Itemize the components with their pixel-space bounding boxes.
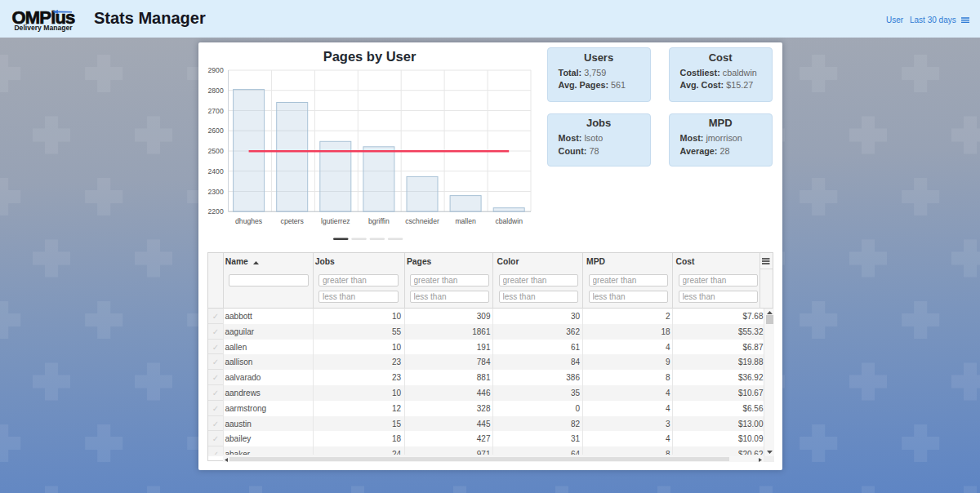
svg-text:cschneider: cschneider [405, 217, 439, 225]
svg-text:2700: 2700 [208, 107, 224, 115]
svg-text:2400: 2400 [208, 167, 224, 175]
svg-text:dhughes: dhughes [235, 217, 262, 225]
svg-text:cpeters: cpeters [281, 217, 304, 225]
svg-text:bgriffin: bgriffin [368, 217, 390, 225]
svg-text:2200: 2200 [208, 207, 224, 215]
svg-text:2900: 2900 [208, 66, 224, 74]
svg-text:2800: 2800 [208, 87, 224, 95]
svg-text:2600: 2600 [208, 127, 224, 135]
svg-text:mallen: mallen [455, 217, 476, 225]
svg-text:2500: 2500 [208, 147, 224, 155]
svg-text:lgutierrez: lgutierrez [321, 217, 350, 225]
svg-text:2300: 2300 [208, 188, 224, 196]
svg-text:cbaldwin: cbaldwin [495, 217, 523, 225]
